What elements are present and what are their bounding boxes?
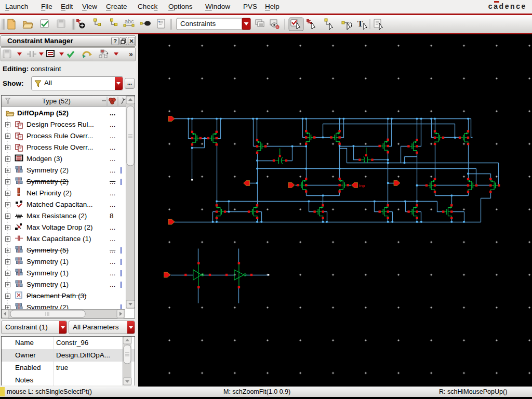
svg-text:»: » [129,50,133,58]
svg-text:T: T [357,19,363,28]
svg-text:abc: abc [125,18,134,24]
svg-text:Inp: Inp [359,183,365,188]
svg-text:Constraints: Constraints [180,20,216,28]
